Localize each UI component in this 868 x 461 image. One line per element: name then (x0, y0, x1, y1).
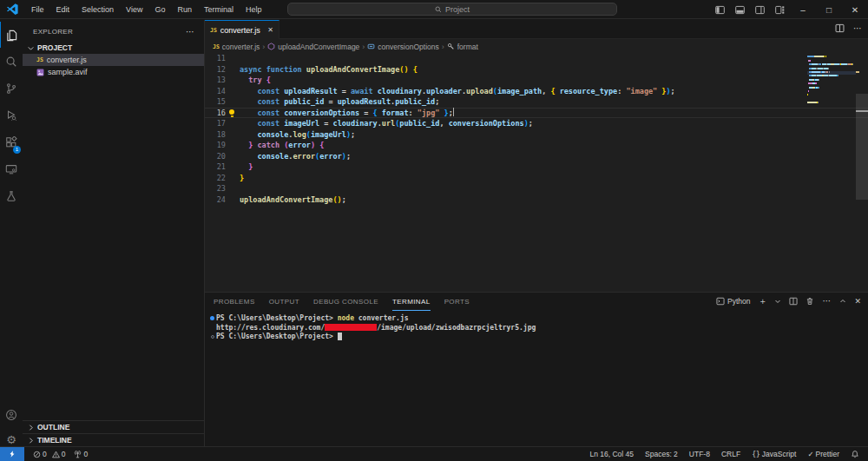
code-line-11[interactable]: 11 (205, 53, 868, 64)
breadcrumb-separator: › (262, 43, 265, 51)
customize-layout-icon[interactable] (775, 5, 785, 15)
tab-converter-js[interactable]: JS converter.js ✕ (205, 20, 279, 39)
menu-view[interactable]: View (120, 0, 148, 19)
code-line-19[interactable]: 19 } catch (error) { (205, 140, 868, 151)
search-icon (5, 56, 17, 68)
menu-selection[interactable]: Selection (76, 0, 120, 19)
symbol-variable-icon (367, 43, 375, 50)
debug-icon (5, 109, 17, 122)
file-item-converter-js[interactable]: JS converter.js (23, 54, 204, 66)
breadcrumb-file[interactable]: converter.js (222, 43, 260, 51)
formatter-status[interactable]: ✓ Prettier (807, 450, 839, 458)
source-control-activity-icon[interactable] (0, 76, 23, 102)
tab-debug-console[interactable]: DEBUG CONSOLE (313, 298, 378, 311)
close-panel-icon[interactable]: ✕ (854, 297, 861, 306)
toggle-sidebar-icon[interactable] (715, 5, 725, 15)
breadcrumb: JS converter.js › uploadAndConvertImage … (205, 40, 868, 53)
close-window-button[interactable]: ✕ (842, 0, 868, 19)
code-line-20[interactable]: 20 console.error(error); (205, 151, 868, 162)
menu-go[interactable]: Go (148, 0, 171, 19)
project-section-header[interactable]: PROJECT (23, 42, 204, 54)
code-line-13[interactable]: 13 try { (205, 75, 868, 86)
cursor-position[interactable]: Ln 16, Col 45 (589, 450, 634, 458)
split-terminal-icon[interactable] (789, 297, 798, 306)
code-line-24[interactable]: 24uploadAndConvertImage(); (205, 194, 868, 206)
breadcrumb-variable[interactable]: conversionOptions (378, 43, 438, 51)
toggle-secondary-sidebar-icon[interactable] (755, 5, 765, 15)
chevron-down-icon (27, 44, 35, 52)
timeline-section-header[interactable]: TIMELINE (23, 433, 204, 446)
editor-more-actions-icon[interactable]: ⋯ (853, 23, 863, 33)
menu-file[interactable]: File (25, 0, 50, 19)
ports-status[interactable]: 0 (74, 450, 88, 458)
minimap[interactable] (807, 52, 856, 130)
warning-icon (52, 451, 60, 458)
testing-activity-icon[interactable] (0, 183, 23, 209)
code-editor[interactable]: 1112async function uploadAndConvertImage… (205, 53, 868, 292)
code-line-14[interactable]: 14 const uploadResult = await cloudinary… (205, 86, 868, 97)
code-line-22[interactable]: 22} (205, 173, 868, 184)
explorer-activity-icon[interactable] (0, 22, 23, 48)
search-activity-icon[interactable] (0, 49, 23, 75)
tab-output[interactable]: OUTPUT (269, 298, 299, 311)
eol-sequence[interactable]: CRLF (721, 450, 740, 458)
breadcrumb-property[interactable]: format (457, 43, 478, 51)
status-bar: 0 0 0 Ln 16, Col 45 Spaces: 2 UTF-8 CRLF… (0, 446, 868, 461)
indentation[interactable]: Spaces: 2 (645, 450, 678, 458)
overview-ruler-mark (856, 71, 859, 73)
code-line-21[interactable]: 21 } (205, 161, 868, 173)
chevron-right-icon (27, 437, 35, 445)
account-icon[interactable] (0, 402, 23, 428)
tab-problems[interactable]: PROBLEMS (214, 298, 255, 311)
code-line-15[interactable]: 15 const public_id = uploadResult.public… (205, 96, 868, 108)
menu-edit[interactable]: Edit (50, 0, 76, 19)
new-terminal-icon[interactable]: ＋ (758, 297, 766, 306)
tab-terminal[interactable]: TERMINAL (392, 298, 431, 311)
git-branch-icon (5, 82, 17, 95)
terminal-profile-label[interactable]: Python (716, 297, 750, 306)
problems-status[interactable]: 0 0 (33, 450, 65, 458)
maximize-panel-icon[interactable] (839, 298, 846, 305)
terminal-dropdown-icon[interactable] (774, 298, 781, 305)
code-line-16[interactable]: 16 const conversionOptions = { format: "… (205, 108, 868, 119)
code-line-17[interactable]: 17 const imageUrl = cloudinary.url(publi… (205, 118, 868, 129)
file-item-sample-avif[interactable]: sample.avif (23, 66, 204, 78)
chevron-right-icon (27, 424, 35, 431)
breadcrumb-separator: › (442, 43, 444, 51)
tab-ports[interactable]: PORTS (444, 298, 470, 311)
toggle-panel-icon[interactable] (735, 5, 745, 15)
menu-run[interactable]: Run (171, 0, 198, 19)
remote-explorer-activity-icon[interactable] (0, 156, 23, 182)
terminal-line: PS C:\Users\Desktop\Project> node conver… (208, 313, 868, 323)
js-file-icon: JS (210, 27, 217, 34)
explorer-more-actions-icon[interactable]: ⋯ (186, 27, 195, 36)
minimap-content (807, 52, 856, 103)
extensions-activity-icon[interactable]: 1 (0, 129, 23, 155)
run-debug-activity-icon[interactable] (0, 102, 23, 128)
check-icon: ✓ (807, 450, 813, 458)
notifications-bell-icon[interactable] (851, 450, 859, 458)
terminal-output[interactable]: PS C:\Users\Desktop\Project> node conver… (205, 313, 868, 341)
close-tab-icon[interactable]: ✕ (267, 26, 273, 34)
breadcrumb-function[interactable]: uploadAndConvertImage (278, 43, 359, 51)
code-line-23[interactable]: 23 (205, 183, 868, 194)
code-line-18[interactable]: 18 console.log(imageUrl); (205, 129, 868, 141)
kill-terminal-trash-icon[interactable] (806, 297, 814, 306)
maximize-button[interactable]: □ (816, 0, 842, 19)
code-line-12[interactable]: 12async function uploadAndConvertImage()… (205, 64, 868, 76)
search-icon (435, 6, 442, 13)
outline-section-header[interactable]: OUTLINE (23, 420, 204, 433)
lightbulb-icon[interactable] (229, 109, 234, 115)
beaker-icon (5, 190, 17, 202)
encoding[interactable]: UTF-8 (689, 450, 710, 458)
explorer-title: EXPLORER (33, 28, 73, 36)
menu-terminal[interactable]: Terminal (198, 0, 240, 19)
minimize-button[interactable]: – (790, 0, 816, 19)
command-center-search[interactable]: Project (287, 3, 617, 16)
panel-more-actions-icon[interactable]: ⋯ (822, 296, 832, 306)
explorer-sidebar: EXPLORER ⋯ PROJECT JS converter.js sampl… (23, 20, 205, 446)
split-editor-icon[interactable] (835, 23, 845, 33)
menu-help[interactable]: Help (240, 0, 268, 19)
remote-indicator[interactable] (0, 447, 24, 461)
language-mode[interactable]: {} JavaScript (752, 450, 796, 458)
